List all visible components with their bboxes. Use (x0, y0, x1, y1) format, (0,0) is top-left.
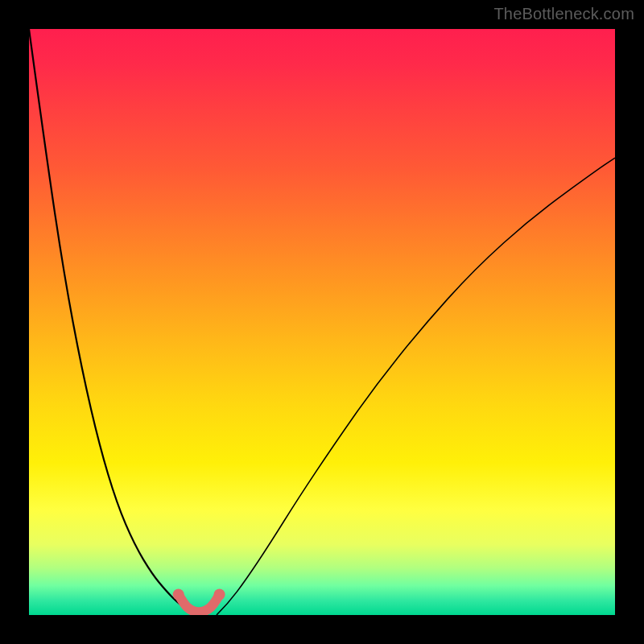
chart-container: TheBottleneck.com (0, 0, 644, 644)
curve-layer (29, 29, 615, 615)
watermark-text: TheBottleneck.com (493, 5, 634, 23)
left-curve (29, 29, 193, 615)
plot-area (29, 29, 615, 615)
bottom-marker-curve (179, 595, 220, 613)
bottom-marker-dots (173, 589, 225, 601)
marker-end-dot (173, 589, 184, 601)
marker-end-dot (214, 589, 225, 601)
right-curve (217, 158, 615, 615)
